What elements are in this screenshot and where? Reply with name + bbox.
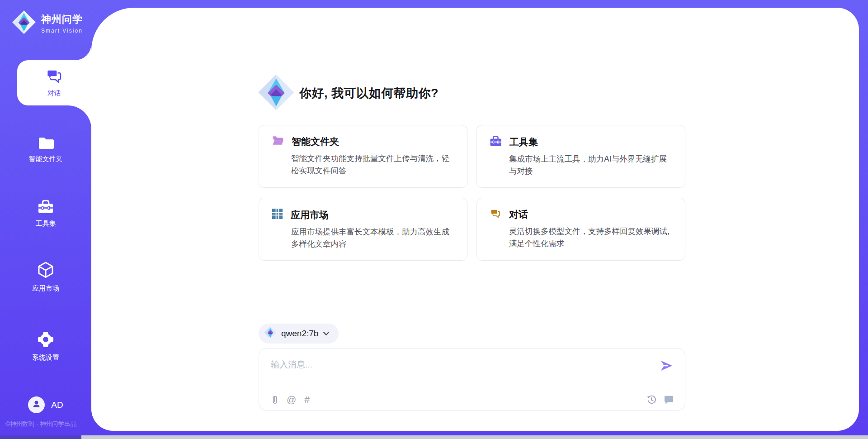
sidebar-item-app-market[interactable]: 应用市场 bbox=[0, 261, 91, 293]
composer-left-tools: @ # bbox=[271, 394, 310, 405]
cube-icon bbox=[37, 272, 55, 280]
model-selector[interactable]: qwen2:7b bbox=[259, 324, 339, 344]
sidebar-item-chat[interactable]: 对话 bbox=[17, 60, 91, 105]
at-icon[interactable]: @ bbox=[287, 394, 296, 405]
card-desc: 智能文件夹功能支持批量文件上传与清洗，轻松实现文件问答 bbox=[291, 153, 455, 177]
sidebar-item-smart-folder[interactable]: 智能文件夹 bbox=[0, 136, 91, 163]
comment-icon[interactable] bbox=[664, 395, 674, 405]
card-toolset[interactable]: 工具集 集成市场上主流工具，助力AI与外界无缝扩展与对接 bbox=[476, 125, 685, 188]
brand-name: 神州问学 bbox=[41, 13, 83, 26]
composer-divider bbox=[259, 388, 685, 388]
message-input[interactable] bbox=[271, 356, 651, 374]
card-app-market[interactable]: 应用市场 应用市场提供丰富长文本模板，助力高效生成多样化文章内容 bbox=[259, 198, 467, 261]
sidebar-item-label: 工具集 bbox=[0, 220, 91, 228]
brand-diamond-icon bbox=[264, 326, 277, 341]
card-desc: 应用市场提供丰富长文本模板，助力高效生成多样化文章内容 bbox=[291, 226, 455, 250]
sidebar-item-label: 应用市场 bbox=[0, 284, 91, 293]
feature-cards: 智能文件夹 智能文件夹功能支持批量文件上传与清洗，轻松实现文件问答 工具集 集成… bbox=[259, 125, 685, 261]
sidebar-footer: ©神州数码 · 神州问学出品 bbox=[5, 420, 91, 428]
card-chat[interactable]: 对话 灵活切换多模型文件，支持多样回复效果调试,满足个性化需求 bbox=[476, 198, 685, 261]
folder-icon bbox=[38, 143, 54, 151]
composer: @ # bbox=[259, 348, 685, 410]
card-desc: 集成市场上主流工具，助力AI与外界无缝扩展与对接 bbox=[509, 153, 673, 177]
brand-subtitle: Smart Vision bbox=[41, 28, 83, 34]
composer-right-tools bbox=[646, 395, 674, 405]
app-root: { "brand": { "name": "神州问学", "subtitle":… bbox=[0, 0, 868, 439]
paperclip-icon[interactable] bbox=[271, 395, 278, 405]
brand-logo: 神州问学 Smart Vision bbox=[12, 10, 83, 36]
send-icon[interactable] bbox=[660, 359, 673, 372]
sidebar-item-label: 系统设置 bbox=[0, 353, 91, 362]
card-title: 智能文件夹 bbox=[292, 135, 339, 148]
greeting-row: 你好, 我可以如何帮助你? bbox=[258, 74, 439, 113]
chat-icon bbox=[490, 208, 501, 221]
folder-open-icon bbox=[272, 135, 284, 148]
brand-diamond-icon bbox=[12, 10, 36, 36]
card-title: 工具集 bbox=[509, 136, 538, 148]
history-icon[interactable] bbox=[646, 395, 656, 405]
card-title: 应用市场 bbox=[291, 209, 329, 221]
tab-flare-top bbox=[75, 44, 91, 60]
bottom-edge-strip-left bbox=[0, 435, 81, 439]
tab-flare-bottom bbox=[68, 105, 91, 129]
sidebar-item-label: 智能文件夹 bbox=[0, 155, 91, 163]
hash-icon[interactable]: # bbox=[304, 394, 310, 405]
greeting-title: 你好, 我可以如何帮助你? bbox=[299, 85, 439, 101]
toolbox-icon bbox=[38, 208, 54, 215]
sidebar-item-settings[interactable]: 系统设置 bbox=[0, 331, 91, 362]
gear-icon bbox=[37, 342, 54, 349]
user-initials: AD bbox=[51, 400, 63, 410]
card-smart-folder[interactable]: 智能文件夹 智能文件夹功能支持批量文件上传与清洗，轻松实现文件问答 bbox=[259, 125, 467, 188]
sidebar-item-label: 对话 bbox=[47, 89, 61, 98]
sidebar-item-toolset[interactable]: 工具集 bbox=[0, 199, 91, 228]
chat-icon bbox=[45, 68, 63, 86]
grid-icon bbox=[272, 208, 283, 221]
main-panel: 你好, 我可以如何帮助你? 智能文件夹 智能文件夹功能支持批量文件上传与清洗，轻… bbox=[91, 8, 859, 431]
card-desc: 灵活切换多模型文件，支持多样回复效果调试,满足个性化需求 bbox=[509, 225, 673, 250]
card-title: 对话 bbox=[509, 208, 528, 221]
avatar bbox=[28, 396, 45, 413]
chevron-down-icon bbox=[323, 329, 330, 338]
toolbox-icon bbox=[490, 135, 502, 148]
brand-diamond-icon bbox=[258, 74, 295, 113]
model-name: qwen2:7b bbox=[281, 329, 318, 339]
bottom-edge-strip bbox=[0, 435, 868, 439]
person-icon bbox=[32, 399, 41, 410]
user-profile[interactable]: AD bbox=[0, 396, 91, 413]
